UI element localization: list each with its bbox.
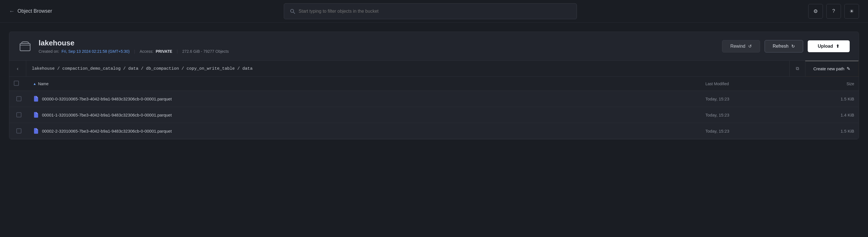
row-modified-cell: Today, 15:23: [701, 124, 791, 139]
row-name-cell: 00002-2-32010065-7be3-4042-b9a1-9483c323…: [28, 123, 701, 139]
app-title: Object Browser: [18, 8, 52, 14]
modified-column-label: Last Modified: [705, 82, 729, 86]
bucket-header: lakehouse Created on: Fri, Sep 13 2024 0…: [9, 32, 859, 61]
created-date: Fri, Sep 13 2024 02:21:58 (GMT+5:30): [61, 49, 130, 54]
refresh-label: Refresh: [773, 44, 788, 49]
bucket-info: lakehouse Created on: Fri, Sep 13 2024 0…: [39, 39, 715, 54]
path-bar: ‹ lakehouse / compaction_demo_catalog / …: [9, 61, 859, 77]
table-header-modified: Last Modified: [701, 82, 791, 86]
help-icon: ?: [832, 8, 835, 14]
rewind-icon: ↺: [748, 44, 752, 49]
path-back-icon: ‹: [17, 66, 19, 72]
rewind-label: Rewind: [730, 44, 745, 49]
back-arrow-icon: ←: [9, 8, 14, 14]
table-row[interactable]: 00002-2-32010065-7be3-4042-b9a1-9483c323…: [9, 123, 859, 139]
bucket-name: lakehouse: [39, 39, 715, 48]
row-size-cell: 1.5 KiB: [791, 91, 859, 107]
row-checkbox[interactable]: [17, 96, 22, 101]
create-path-icon: ✎: [846, 66, 850, 71]
table-header: ▲ Name Last Modified Size: [9, 77, 859, 91]
size-column-label: Size: [846, 82, 854, 86]
search-container: [63, 3, 797, 19]
upload-label: Upload: [818, 44, 833, 49]
upload-icon: ⬆: [836, 44, 840, 49]
size-info: 272.6 GiB - 79277 Objects: [182, 49, 229, 54]
path-copy-button[interactable]: ⧉: [789, 61, 805, 77]
theme-button[interactable]: ☀: [844, 4, 859, 19]
search-icon: [290, 8, 296, 14]
row-name-cell: 00000-0-32010065-7be3-4042-b9a1-9483c323…: [28, 91, 701, 107]
help-button[interactable]: ?: [826, 4, 841, 19]
copy-icon: ⧉: [796, 66, 799, 71]
svg-point-0: [290, 9, 293, 12]
upload-button[interactable]: Upload ⬆: [808, 40, 850, 52]
table-row[interactable]: 00001-1-32010065-7be3-4042-b9a1-9483c323…: [9, 107, 859, 123]
row-checkbox-cell: [9, 123, 28, 139]
table-header-checkbox: [9, 81, 28, 87]
create-new-path-button[interactable]: Create new path ✎: [805, 61, 859, 77]
settings-icon: ⚙: [813, 8, 818, 14]
main-content: lakehouse Created on: Fri, Sep 13 2024 0…: [0, 23, 868, 148]
file-icon: [33, 96, 39, 101]
row-checkbox[interactable]: [17, 128, 22, 134]
select-all-checkbox[interactable]: [14, 81, 19, 86]
refresh-icon: ↻: [792, 44, 795, 49]
file-icon: [33, 128, 39, 134]
table-row[interactable]: 00000-0-32010065-7be3-4042-b9a1-9483c323…: [9, 91, 859, 107]
row-filename: 00001-1-32010065-7be3-4042-b9a1-9483c323…: [42, 113, 172, 117]
path-text: lakehouse / compaction_demo_catalog / da…: [26, 66, 789, 71]
sort-icon: ▲: [33, 82, 36, 86]
row-filename: 00002-2-32010065-7be3-4042-b9a1-9483c323…: [42, 129, 172, 134]
bucket-actions: Rewind ↺ Refresh ↻ Upload ⬆: [722, 40, 850, 53]
header: ← Object Browser ⚙ ? ☀: [0, 0, 868, 23]
search-input[interactable]: [299, 9, 571, 14]
row-size-cell: 1.4 KiB: [791, 108, 859, 122]
bucket-icon: [18, 41, 32, 52]
settings-button[interactable]: ⚙: [808, 4, 823, 19]
access-value: PRIVATE: [156, 49, 172, 54]
access-label: Access:: [140, 49, 153, 54]
file-table: 00000-0-32010065-7be3-4042-b9a1-9483c323…: [9, 91, 859, 139]
row-name-cell: 00001-1-32010065-7be3-4042-b9a1-9483c323…: [28, 107, 701, 123]
row-checkbox[interactable]: [17, 112, 22, 117]
bucket-svg-icon: [20, 41, 31, 51]
search-box: [284, 3, 577, 19]
path-back-button[interactable]: ‹: [9, 61, 26, 77]
table-header-name[interactable]: ▲ Name: [28, 82, 701, 86]
row-modified-cell: Today, 15:23: [701, 91, 791, 107]
row-checkbox-cell: [9, 107, 28, 122]
back-button[interactable]: ← Object Browser: [9, 8, 52, 14]
svg-rect-1: [20, 43, 30, 51]
created-label: Created on:: [39, 49, 59, 54]
row-modified-cell: Today, 15:23: [701, 108, 791, 122]
table-header-size: Size: [791, 82, 859, 86]
row-size-cell: 1.5 KiB: [791, 124, 859, 139]
row-filename: 00000-0-32010065-7be3-4042-b9a1-9483c323…: [42, 96, 172, 101]
refresh-button[interactable]: Refresh ↻: [765, 40, 803, 53]
row-checkbox-cell: [9, 91, 28, 107]
theme-icon: ☀: [849, 8, 854, 14]
name-column-label: Name: [38, 82, 49, 86]
bucket-panel: lakehouse Created on: Fri, Sep 13 2024 0…: [9, 32, 859, 139]
header-actions: ⚙ ? ☀: [808, 4, 859, 19]
bucket-meta: Created on: Fri, Sep 13 2024 02:21:58 (G…: [39, 49, 715, 54]
create-path-label: Create new path: [813, 66, 844, 71]
rewind-button[interactable]: Rewind ↺: [722, 40, 760, 53]
file-icon: [33, 112, 39, 118]
